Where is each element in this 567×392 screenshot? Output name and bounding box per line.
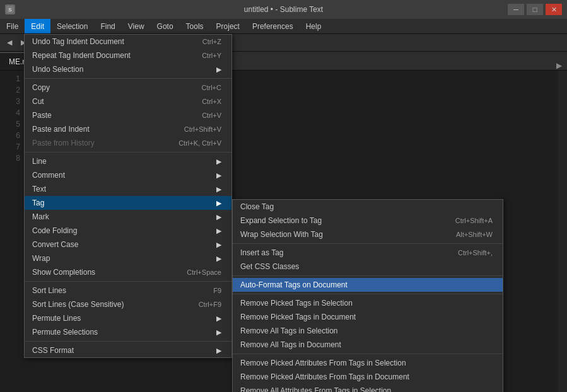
menu-permute-lines[interactable]: Permute Lines ▶: [25, 311, 231, 325]
menu-item-label: Sort Lines: [32, 286, 66, 295]
tag-remove-picked-attrs-document[interactable]: Remove Picked Attributes From Tags in Do…: [233, 370, 503, 384]
menu-find[interactable]: Find: [94, 19, 121, 33]
menu-view[interactable]: View: [122, 19, 151, 33]
menu-wrap[interactable]: Wrap ▶: [25, 251, 231, 265]
menu-preferences[interactable]: Preferences: [246, 19, 300, 33]
submenu-arrow: ▶: [216, 66, 221, 74]
menu-file[interactable]: File: [0, 19, 25, 33]
submenu-arrow: ▶: [216, 158, 221, 166]
submenu-arrow: ▶: [216, 227, 221, 235]
sub-separator-2: [233, 275, 503, 276]
menu-tag[interactable]: Tag ▶: [25, 196, 231, 210]
menu-item-label: Wrap Selection With Tag: [240, 230, 323, 239]
tag-remove-picked-selection[interactable]: Remove Picked Tags in Selection: [233, 296, 503, 310]
minimize-button[interactable]: ─: [508, 4, 524, 15]
menu-item-label: Show Completions: [32, 268, 95, 277]
menu-item-label: Permute Lines: [32, 314, 81, 323]
menu-sort-lines[interactable]: Sort Lines F9: [25, 284, 231, 297]
menu-item-label: Insert as Tag: [240, 248, 283, 257]
menu-item-label: Paste: [32, 111, 52, 120]
tag-expand-selection[interactable]: Expand Selection to Tag Ctrl+Shift+A: [233, 214, 503, 228]
shortcut-label: Ctrl+K, Ctrl+V: [178, 139, 221, 147]
tag-wrap-selection[interactable]: Wrap Selection With Tag Alt+Shift+W: [233, 228, 503, 241]
menu-item-label: Line: [32, 157, 47, 166]
shortcut-label: Ctrl+C: [202, 84, 221, 91]
menu-item-label: Code Folding: [32, 226, 77, 235]
menu-edit[interactable]: Edit: [25, 19, 50, 33]
menu-item-label: Repeat Tag Indent Document: [32, 51, 131, 60]
shortcut-label: Alt+Shift+W: [456, 231, 493, 238]
menu-permute-selections[interactable]: Permute Selections ▶: [25, 325, 231, 339]
tag-remove-picked-attrs-selection[interactable]: Remove Picked Attributes From Tags in Se…: [233, 356, 503, 370]
menu-item-label: Convert Case: [32, 240, 78, 249]
toolbar-back[interactable]: ◀: [4, 37, 15, 48]
sub-separator-3: [233, 294, 503, 294]
menu-project[interactable]: Project: [210, 19, 246, 33]
menu-paste-history: Paste from History Ctrl+K, Ctrl+V: [25, 136, 231, 150]
separator-2: [25, 152, 231, 153]
menu-repeat-tag-indent[interactable]: Repeat Tag Indent Document Ctrl+Y: [25, 49, 231, 62]
menu-item-label: Permute Selections: [32, 328, 98, 337]
menu-item-label: Undo Tag Indent Document: [32, 37, 124, 46]
menu-mark[interactable]: Mark ▶: [25, 210, 231, 224]
tag-insert-as-tag[interactable]: Insert as Tag Ctrl+Shift+,: [233, 246, 503, 260]
menu-copy[interactable]: Copy Ctrl+C: [25, 81, 231, 95]
menu-item-label: Tag: [32, 199, 44, 207]
menu-code-folding[interactable]: Code Folding ▶: [25, 224, 231, 238]
menu-item-label: Remove Picked Attributes From Tags in Do…: [240, 372, 409, 381]
tag-remove-all-selection[interactable]: Remove All Tags in Selection: [233, 324, 503, 338]
menu-item-label: CSS Format: [32, 346, 74, 355]
submenu-arrow: ▶: [216, 171, 221, 180]
menu-tools[interactable]: Tools: [180, 19, 210, 33]
menu-text[interactable]: Text ▶: [25, 182, 231, 196]
submenu-arrow: ▶: [216, 255, 221, 263]
menu-item-label: Mark: [32, 212, 49, 221]
menu-paste-indent[interactable]: Paste and Indent Ctrl+Shift+V: [25, 122, 231, 136]
window-controls: ─ □ ✕: [508, 4, 562, 15]
menu-item-label: Auto-Format Tags on Document: [240, 280, 348, 289]
sub-separator-1: [233, 243, 503, 244]
menu-item-label: Comment: [32, 171, 65, 180]
edit-menu-dropdown: Undo Tag Indent Document Ctrl+Z Repeat T…: [24, 34, 232, 358]
menu-item-label: Undo Selection: [32, 65, 83, 74]
submenu-arrow: ▶: [216, 314, 221, 323]
shortcut-label: Ctrl+X: [202, 98, 221, 105]
menu-convert-case[interactable]: Convert Case ▶: [25, 238, 231, 251]
tag-close-tag[interactable]: Close Tag: [233, 200, 503, 214]
menu-selection[interactable]: Selection: [50, 19, 94, 33]
menu-item-label: Close Tag: [240, 202, 274, 211]
menu-show-completions[interactable]: Show Completions Ctrl+Space: [25, 265, 231, 279]
tab-scroll-right[interactable]: ▶: [551, 61, 567, 70]
menu-goto[interactable]: Goto: [151, 19, 180, 33]
menu-item-label: Wrap: [32, 254, 50, 263]
menu-sort-lines-case[interactable]: Sort Lines (Case Sensitive) Ctrl+F9: [25, 297, 231, 311]
shortcut-label: Ctrl+F9: [199, 301, 221, 308]
menu-comment[interactable]: Comment ▶: [25, 168, 231, 182]
menu-item-label: Remove All Tags in Selection: [240, 326, 338, 335]
close-button[interactable]: ✕: [546, 4, 562, 15]
maximize-button[interactable]: □: [527, 4, 543, 15]
menu-help[interactable]: Help: [300, 19, 328, 33]
menu-item-label: Remove All Tags in Document: [240, 340, 341, 349]
menu-undo-tag-indent[interactable]: Undo Tag Indent Document Ctrl+Z: [25, 35, 231, 49]
scrollbar-vertical[interactable]: [558, 71, 567, 392]
menu-item-label: Remove All Attributes From Tags in Selec…: [240, 386, 391, 392]
app-icon: S: [5, 4, 15, 14]
menu-css-format[interactable]: CSS Format ▶: [25, 343, 231, 357]
tag-remove-picked-document[interactable]: Remove Picked Tags in Document: [233, 310, 503, 324]
menu-paste[interactable]: Paste Ctrl+V: [25, 108, 231, 122]
menu-line[interactable]: Line ▶: [25, 154, 231, 168]
tag-auto-format[interactable]: Auto-Format Tags on Document: [233, 278, 503, 292]
menu-cut[interactable]: Cut Ctrl+X: [25, 95, 231, 108]
menu-item-label: Remove Picked Tags in Document: [240, 313, 356, 321]
menu-item-label: Sort Lines (Case Sensitive): [32, 300, 124, 309]
shortcut-label: Ctrl+Shift+,: [458, 249, 493, 257]
shortcut-label: F9: [213, 287, 221, 294]
separator-3: [25, 281, 231, 282]
menu-undo-selection[interactable]: Undo Selection ▶: [25, 62, 231, 76]
submenu-arrow: ▶: [216, 185, 221, 193]
tag-remove-all-attrs-selection[interactable]: Remove All Attributes From Tags in Selec…: [233, 384, 503, 392]
tag-remove-all-document[interactable]: Remove All Tags in Document: [233, 338, 503, 352]
menu-item-label: Get CSS Classes: [240, 262, 299, 271]
tag-get-css-classes[interactable]: Get CSS Classes: [233, 260, 503, 274]
